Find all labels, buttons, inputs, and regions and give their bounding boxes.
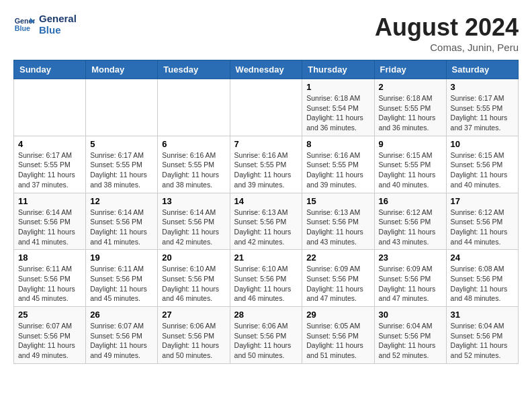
month-title: August 2024 xyxy=(375,13,519,42)
day-info: Sunrise: 6:13 AM Sunset: 5:56 PM Dayligh… xyxy=(306,208,369,247)
day-info: Sunrise: 6:16 AM Sunset: 5:55 PM Dayligh… xyxy=(234,150,298,190)
calendar-cell: 15Sunrise: 6:13 AM Sunset: 5:56 PM Dayli… xyxy=(302,193,374,250)
day-info: Sunrise: 6:13 AM Sunset: 5:56 PM Dayligh… xyxy=(234,208,298,247)
calendar-cell xyxy=(86,79,158,136)
day-info: Sunrise: 6:15 AM Sunset: 5:55 PM Dayligh… xyxy=(379,150,442,190)
day-info: Sunrise: 6:17 AM Sunset: 5:55 PM Dayligh… xyxy=(18,150,81,190)
day-number: 12 xyxy=(90,196,153,206)
day-info: Sunrise: 6:18 AM Sunset: 5:55 PM Dayligh… xyxy=(379,93,442,133)
day-number: 10 xyxy=(451,139,514,149)
day-number: 11 xyxy=(18,196,81,206)
day-info: Sunrise: 6:16 AM Sunset: 5:55 PM Dayligh… xyxy=(162,150,225,190)
calendar-cell: 9Sunrise: 6:15 AM Sunset: 5:55 PM Daylig… xyxy=(374,136,446,193)
day-number: 20 xyxy=(162,253,225,263)
logo-line1: General xyxy=(39,13,77,25)
calendar-week-3: 11Sunrise: 6:14 AM Sunset: 5:56 PM Dayli… xyxy=(14,193,519,250)
col-header-monday: Monday xyxy=(86,60,158,79)
page-header: General Blue General Blue August 2024 Co… xyxy=(13,13,519,53)
day-info: Sunrise: 6:17 AM Sunset: 5:55 PM Dayligh… xyxy=(451,93,514,133)
day-number: 24 xyxy=(451,253,514,263)
calendar-week-5: 25Sunrise: 6:07 AM Sunset: 5:56 PM Dayli… xyxy=(14,307,519,364)
day-number: 22 xyxy=(306,253,369,263)
col-header-sunday: Sunday xyxy=(14,60,86,79)
calendar-week-2: 4Sunrise: 6:17 AM Sunset: 5:55 PM Daylig… xyxy=(14,136,519,193)
day-number: 27 xyxy=(162,310,225,320)
calendar-cell: 12Sunrise: 6:14 AM Sunset: 5:56 PM Dayli… xyxy=(86,193,158,250)
calendar-week-1: 1Sunrise: 6:18 AM Sunset: 5:54 PM Daylig… xyxy=(14,79,519,136)
calendar-cell: 21Sunrise: 6:10 AM Sunset: 5:56 PM Dayli… xyxy=(230,250,302,307)
day-info: Sunrise: 6:18 AM Sunset: 5:54 PM Dayligh… xyxy=(306,93,369,133)
calendar-cell: 22Sunrise: 6:09 AM Sunset: 5:56 PM Dayli… xyxy=(302,250,374,307)
calendar-cell: 24Sunrise: 6:08 AM Sunset: 5:56 PM Dayli… xyxy=(446,250,518,307)
calendar-cell: 2Sunrise: 6:18 AM Sunset: 5:55 PM Daylig… xyxy=(374,79,446,136)
day-number: 1 xyxy=(306,82,369,92)
calendar-cell: 5Sunrise: 6:17 AM Sunset: 5:55 PM Daylig… xyxy=(86,136,158,193)
day-info: Sunrise: 6:05 AM Sunset: 5:56 PM Dayligh… xyxy=(306,321,369,361)
calendar-cell: 8Sunrise: 6:16 AM Sunset: 5:55 PM Daylig… xyxy=(302,136,374,193)
day-info: Sunrise: 6:15 AM Sunset: 5:56 PM Dayligh… xyxy=(451,150,514,190)
svg-text:Blue: Blue xyxy=(15,24,30,32)
calendar-cell xyxy=(14,79,86,136)
day-info: Sunrise: 6:17 AM Sunset: 5:55 PM Dayligh… xyxy=(90,150,153,190)
calendar-cell: 23Sunrise: 6:09 AM Sunset: 5:56 PM Dayli… xyxy=(374,250,446,307)
day-info: Sunrise: 6:09 AM Sunset: 5:56 PM Dayligh… xyxy=(306,264,369,304)
calendar-cell: 30Sunrise: 6:04 AM Sunset: 5:56 PM Dayli… xyxy=(374,307,446,364)
day-number: 5 xyxy=(90,139,153,149)
day-info: Sunrise: 6:14 AM Sunset: 5:56 PM Dayligh… xyxy=(162,208,225,247)
day-number: 8 xyxy=(306,139,369,149)
day-number: 13 xyxy=(162,196,225,206)
calendar-cell: 31Sunrise: 6:04 AM Sunset: 5:56 PM Dayli… xyxy=(446,307,518,364)
day-info: Sunrise: 6:12 AM Sunset: 5:56 PM Dayligh… xyxy=(451,208,514,247)
calendar-cell: 25Sunrise: 6:07 AM Sunset: 5:56 PM Dayli… xyxy=(14,307,86,364)
col-header-friday: Friday xyxy=(374,60,446,79)
day-info: Sunrise: 6:12 AM Sunset: 5:56 PM Dayligh… xyxy=(379,208,442,247)
day-number: 26 xyxy=(90,310,153,320)
calendar-cell: 18Sunrise: 6:11 AM Sunset: 5:56 PM Dayli… xyxy=(14,250,86,307)
day-number: 16 xyxy=(379,196,442,206)
day-info: Sunrise: 6:10 AM Sunset: 5:56 PM Dayligh… xyxy=(162,264,225,304)
logo: General Blue General Blue xyxy=(13,13,77,36)
day-number: 21 xyxy=(234,253,298,263)
day-info: Sunrise: 6:10 AM Sunset: 5:56 PM Dayligh… xyxy=(234,264,298,304)
day-info: Sunrise: 6:11 AM Sunset: 5:56 PM Dayligh… xyxy=(90,264,153,304)
calendar-cell: 1Sunrise: 6:18 AM Sunset: 5:54 PM Daylig… xyxy=(302,79,374,136)
calendar-cell: 3Sunrise: 6:17 AM Sunset: 5:55 PM Daylig… xyxy=(446,79,518,136)
day-number: 29 xyxy=(306,310,369,320)
title-block: August 2024 Comas, Junin, Peru xyxy=(375,13,519,53)
col-header-wednesday: Wednesday xyxy=(230,60,302,79)
col-header-thursday: Thursday xyxy=(302,60,374,79)
day-number: 19 xyxy=(90,253,153,263)
day-number: 15 xyxy=(306,196,369,206)
calendar-cell xyxy=(158,79,230,136)
day-info: Sunrise: 6:04 AM Sunset: 5:56 PM Dayligh… xyxy=(379,321,442,361)
day-info: Sunrise: 6:06 AM Sunset: 5:56 PM Dayligh… xyxy=(234,321,298,361)
calendar-cell: 17Sunrise: 6:12 AM Sunset: 5:56 PM Dayli… xyxy=(446,193,518,250)
calendar-table: SundayMondayTuesdayWednesdayThursdayFrid… xyxy=(13,60,519,364)
day-number: 17 xyxy=(451,196,514,206)
day-info: Sunrise: 6:14 AM Sunset: 5:56 PM Dayligh… xyxy=(90,208,153,247)
calendar-cell: 11Sunrise: 6:14 AM Sunset: 5:56 PM Dayli… xyxy=(14,193,86,250)
calendar-cell: 4Sunrise: 6:17 AM Sunset: 5:55 PM Daylig… xyxy=(14,136,86,193)
calendar-cell: 13Sunrise: 6:14 AM Sunset: 5:56 PM Dayli… xyxy=(158,193,230,250)
calendar-cell: 29Sunrise: 6:05 AM Sunset: 5:56 PM Dayli… xyxy=(302,307,374,364)
day-number: 2 xyxy=(379,82,442,92)
day-info: Sunrise: 6:07 AM Sunset: 5:56 PM Dayligh… xyxy=(18,321,81,361)
calendar-cell: 19Sunrise: 6:11 AM Sunset: 5:56 PM Dayli… xyxy=(86,250,158,307)
day-number: 4 xyxy=(18,139,81,149)
calendar-cell: 26Sunrise: 6:07 AM Sunset: 5:56 PM Dayli… xyxy=(86,307,158,364)
day-info: Sunrise: 6:06 AM Sunset: 5:56 PM Dayligh… xyxy=(162,321,225,361)
calendar-week-4: 18Sunrise: 6:11 AM Sunset: 5:56 PM Dayli… xyxy=(14,250,519,307)
day-info: Sunrise: 6:07 AM Sunset: 5:56 PM Dayligh… xyxy=(90,321,153,361)
calendar-cell: 10Sunrise: 6:15 AM Sunset: 5:56 PM Dayli… xyxy=(446,136,518,193)
day-info: Sunrise: 6:14 AM Sunset: 5:56 PM Dayligh… xyxy=(18,208,81,247)
col-header-saturday: Saturday xyxy=(446,60,518,79)
location: Comas, Junin, Peru xyxy=(375,42,519,53)
calendar-cell xyxy=(230,79,302,136)
logo-line2: Blue xyxy=(39,25,77,36)
calendar-cell: 20Sunrise: 6:10 AM Sunset: 5:56 PM Dayli… xyxy=(158,250,230,307)
day-number: 14 xyxy=(234,196,298,206)
day-info: Sunrise: 6:16 AM Sunset: 5:55 PM Dayligh… xyxy=(306,150,369,190)
logo-icon: General Blue xyxy=(13,14,35,36)
day-number: 23 xyxy=(379,253,442,263)
calendar-cell: 16Sunrise: 6:12 AM Sunset: 5:56 PM Dayli… xyxy=(374,193,446,250)
